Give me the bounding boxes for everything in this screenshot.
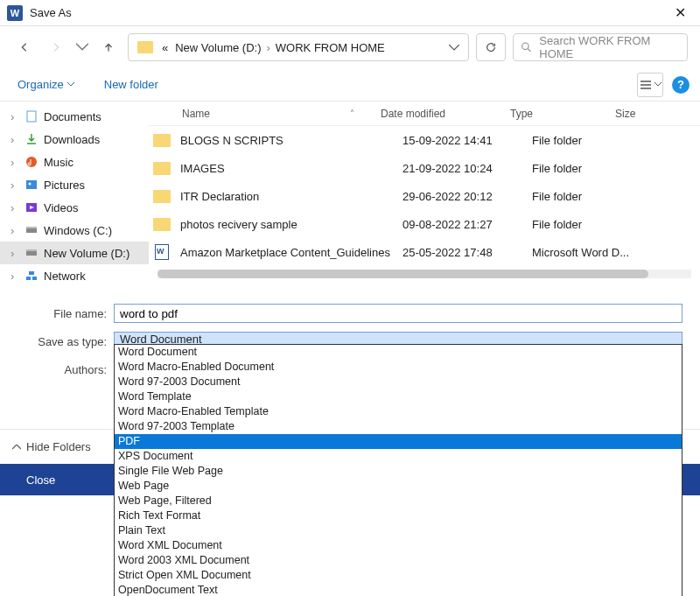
- hide-folders-button[interactable]: Hide Folders: [12, 440, 91, 453]
- file-row[interactable]: Amazon Marketplace Content_Guidelines25-…: [149, 238, 700, 266]
- tree-item-downloads[interactable]: ›Downloads: [0, 128, 149, 151]
- search-input[interactable]: Search WORK FROM HOME: [513, 33, 688, 61]
- svg-point-2: [26, 157, 37, 167]
- file-name: IMAGES: [175, 162, 402, 175]
- chevron-up-icon: [12, 445, 21, 450]
- type-option[interactable]: Word 97-2003 Template: [115, 419, 682, 434]
- tree-item-documents[interactable]: ›Documents: [0, 105, 149, 128]
- nav-up-button[interactable]: [96, 35, 121, 60]
- column-name[interactable]: Name: [149, 108, 376, 120]
- path-segment-folder[interactable]: WORK FROM HOME: [274, 41, 387, 54]
- file-name: Amazon Marketplace Content_Guidelines: [175, 246, 402, 259]
- file-row[interactable]: photos recivery sample09-08-2022 21:27Fi…: [149, 210, 700, 238]
- file-type: File folder: [532, 218, 637, 231]
- svg-rect-6: [26, 228, 37, 233]
- folder-icon: [153, 218, 171, 231]
- search-icon: [521, 41, 532, 53]
- type-option[interactable]: OpenDocument Text: [115, 583, 682, 596]
- nav-forward-button[interactable]: [44, 35, 68, 60]
- tree-item-label: Pictures: [44, 179, 85, 192]
- file-name-input[interactable]: [114, 304, 682, 323]
- type-option[interactable]: PDF: [115, 434, 682, 449]
- main-area: ›Documents›Downloads›Music›Pictures›Vide…: [0, 102, 700, 294]
- path-prefix: «: [160, 41, 170, 54]
- address-dropdown-button[interactable]: [445, 45, 463, 51]
- column-size[interactable]: Size: [615, 108, 700, 120]
- chevron-right-icon: ›: [10, 156, 19, 169]
- type-option[interactable]: Single File Web Page: [115, 464, 682, 479]
- chevron-right-icon: ›: [10, 247, 19, 260]
- type-option[interactable]: Word 2003 XML Document: [115, 553, 682, 568]
- type-option[interactable]: Strict Open XML Document: [115, 568, 682, 583]
- file-list: Name ˄ Date modified Type Size BLOGS N S…: [149, 102, 700, 294]
- view-options-button[interactable]: [637, 73, 663, 97]
- type-option[interactable]: Web Page, Filtered: [115, 494, 682, 508]
- folder-icon: [153, 162, 171, 175]
- nav-recent-dropdown[interactable]: [75, 35, 89, 60]
- address-bar[interactable]: « New Volume (D:) › WORK FROM HOME: [128, 33, 469, 61]
- tree-item-pictures[interactable]: ›Pictures: [0, 173, 149, 196]
- file-type: File folder: [532, 162, 637, 175]
- type-option[interactable]: Word Macro-Enabled Document: [115, 360, 682, 375]
- help-button[interactable]: ?: [672, 76, 690, 94]
- type-option[interactable]: Word Template: [115, 389, 682, 404]
- refresh-button[interactable]: [476, 33, 506, 61]
- type-option[interactable]: Word Macro-Enabled Template: [115, 404, 682, 419]
- file-type: Microsoft Word D...: [532, 246, 637, 259]
- file-row[interactable]: ITR Declaration29-06-2022 20:12File fold…: [149, 182, 700, 210]
- file-date: 25-05-2022 17:48: [402, 246, 532, 259]
- pictures-icon: [24, 178, 38, 192]
- tree-item-music[interactable]: ›Music: [0, 151, 149, 173]
- save-as-type-dropdown[interactable]: Word DocumentWord Macro-Enabled Document…: [114, 344, 682, 596]
- tree-item-label: Documents: [44, 110, 102, 123]
- column-type[interactable]: Type: [510, 108, 615, 120]
- chevron-right-icon: ›: [10, 179, 19, 192]
- type-option[interactable]: Plain Text: [115, 523, 682, 538]
- type-option[interactable]: Rich Text Format: [115, 508, 682, 523]
- folder-icon: [153, 190, 171, 203]
- tree-item-network[interactable]: ›Network: [0, 264, 149, 287]
- file-date: 29-06-2022 20:12: [402, 190, 532, 203]
- path-segment-drive[interactable]: New Volume (D:): [173, 41, 262, 54]
- type-option[interactable]: Word Document: [115, 345, 682, 360]
- tree-item-videos[interactable]: ›Videos: [0, 196, 149, 219]
- type-option[interactable]: Word 97-2003 Document: [115, 375, 682, 389]
- organize-button[interactable]: Organize: [10, 74, 81, 95]
- tree-item-windows-c-[interactable]: ›Windows (C:): [0, 219, 149, 242]
- file-date: 15-09-2022 14:41: [402, 134, 532, 147]
- file-type: File folder: [532, 190, 637, 203]
- close-button[interactable]: Close: [26, 473, 55, 487]
- svg-rect-3: [26, 180, 37, 189]
- svg-rect-11: [32, 277, 37, 280]
- svg-rect-10: [26, 277, 31, 280]
- column-date[interactable]: Date modified: [381, 108, 510, 120]
- title-bar: W Save As ✕: [0, 0, 700, 26]
- nav-bar: « New Volume (D:) › WORK FROM HOME Searc…: [0, 26, 700, 68]
- videos-icon: [24, 200, 38, 214]
- type-option[interactable]: XPS Document: [115, 449, 682, 464]
- horizontal-scrollbar[interactable]: [158, 270, 691, 278]
- sort-indicator-icon: ˄: [350, 109, 354, 118]
- svg-point-0: [522, 43, 528, 49]
- doc-icon: [24, 109, 38, 123]
- chevron-right-icon: ›: [10, 201, 19, 214]
- nav-back-button[interactable]: [12, 35, 37, 60]
- chevron-right-icon: ›: [266, 41, 270, 54]
- file-date: 21-09-2022 10:24: [402, 162, 532, 175]
- column-headers: Name ˄ Date modified Type Size: [149, 102, 700, 126]
- type-option[interactable]: Word XML Document: [115, 538, 682, 553]
- svg-rect-7: [26, 227, 37, 228]
- type-option[interactable]: Web Page: [115, 479, 682, 494]
- file-name-label: File name:: [18, 307, 114, 320]
- folder-icon: [153, 134, 171, 147]
- tree-item-label: Downloads: [44, 133, 100, 146]
- chevron-down-icon: [67, 82, 74, 87]
- window-title: Save As: [30, 6, 668, 19]
- new-folder-button[interactable]: New folder: [97, 74, 165, 95]
- file-row[interactable]: IMAGES21-09-2022 10:24File folder: [149, 154, 700, 182]
- file-row[interactable]: BLOGS N SCRIPTS15-09-2022 14:41File fold…: [149, 126, 700, 154]
- svg-rect-1: [27, 111, 36, 122]
- close-window-button[interactable]: ✕: [668, 4, 693, 21]
- tree-item-new-volume-d-[interactable]: ›New Volume (D:): [0, 242, 149, 264]
- svg-point-4: [29, 183, 32, 186]
